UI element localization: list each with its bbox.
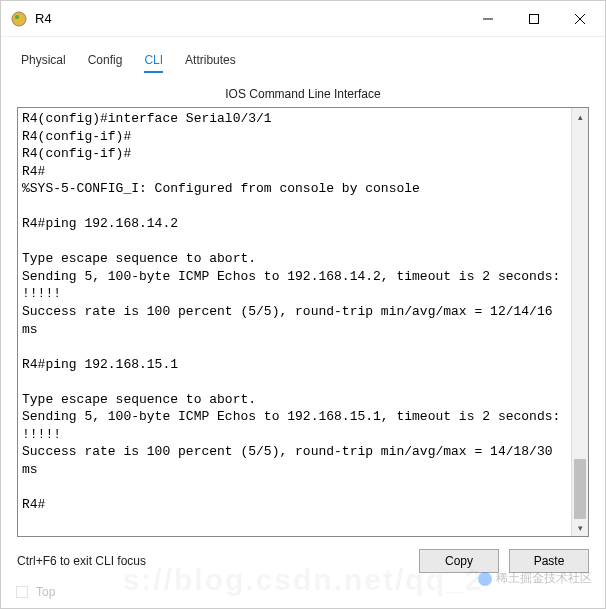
footer: Top: [16, 585, 55, 599]
tab-cli[interactable]: CLI: [144, 51, 163, 73]
tab-attributes[interactable]: Attributes: [185, 51, 236, 73]
watermark: 稀土掘金技术社区: [478, 570, 592, 587]
tab-bar: Physical Config CLI Attributes: [17, 47, 589, 81]
scroll-thumb[interactable]: [574, 459, 586, 519]
titlebar: R4: [1, 1, 605, 37]
scrollbar[interactable]: ▴ ▾: [571, 108, 588, 536]
scroll-up-icon[interactable]: ▴: [572, 108, 588, 125]
content-area: Physical Config CLI Attributes IOS Comma…: [1, 37, 605, 573]
tab-config[interactable]: Config: [88, 51, 123, 73]
window-title: R4: [35, 11, 465, 26]
maximize-button[interactable]: [511, 1, 557, 36]
window-controls: [465, 1, 603, 36]
watermark-logo-icon: [478, 572, 492, 586]
cli-terminal[interactable]: R4(config)#interface Serial0/3/1 R4(conf…: [18, 108, 571, 536]
watermark-text: 稀土掘金技术社区: [496, 570, 592, 587]
terminal-frame: R4(config)#interface Serial0/3/1 R4(conf…: [17, 107, 589, 537]
footer-checkbox[interactable]: [16, 586, 28, 598]
scroll-track[interactable]: [572, 125, 588, 519]
svg-rect-3: [530, 14, 539, 23]
svg-point-0: [12, 12, 26, 26]
svg-point-1: [15, 15, 19, 19]
footer-label: Top: [36, 585, 55, 599]
scroll-down-icon[interactable]: ▾: [572, 519, 588, 536]
panel-title: IOS Command Line Interface: [17, 87, 589, 101]
app-icon: [11, 11, 27, 27]
close-button[interactable]: [557, 1, 603, 36]
minimize-button[interactable]: [465, 1, 511, 36]
cli-hint: Ctrl+F6 to exit CLI focus: [17, 554, 409, 568]
tab-physical[interactable]: Physical: [21, 51, 66, 73]
